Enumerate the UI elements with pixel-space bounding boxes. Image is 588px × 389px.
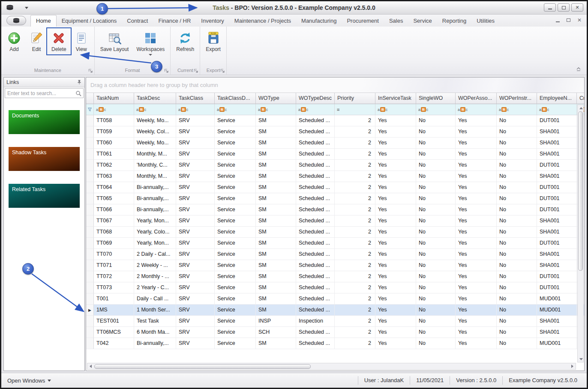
sidebar-item-related-tasks[interactable]: Related Tasks: [9, 184, 80, 208]
column-header-woperinstr[interactable]: WOPerInstr...: [497, 93, 537, 104]
filter-cell-taskclassd[interactable]: aBc: [215, 104, 256, 115]
table-row-test001[interactable]: TEST001Test TaskSRVServiceINSPInspection…: [86, 316, 585, 327]
scroll-up-icon[interactable]: [578, 105, 584, 111]
column-header-wotype[interactable]: WOType: [256, 93, 296, 104]
group-by-panel[interactable]: Drag a column header here to group by th…: [86, 78, 584, 93]
table-row-tt073[interactable]: TT0732 Yearly - C...SRVServiceSMSchedule…: [86, 282, 585, 293]
filter-cell-taskdesc[interactable]: aBc: [134, 104, 176, 115]
tab-maintenance-projects[interactable]: Maintenance / Projects: [229, 15, 296, 27]
cell-wotypedesc: Scheduled ...: [296, 338, 335, 349]
mdi-minimize-icon[interactable]: [556, 18, 560, 22]
table-row-tt070[interactable]: TT0702 Daily - Cal...SRVServiceSMSchedul…: [86, 249, 585, 260]
table-row-tt065[interactable]: TT065Bi-annually,...SRVServiceSMSchedule…: [86, 193, 585, 204]
column-header-woperasso[interactable]: WOPerAsso...: [456, 93, 497, 104]
table-row-t042[interactable]: T042Bi-annually,...SRVServiceSMScheduled…: [86, 338, 585, 349]
table-row-tt059[interactable]: TT059Weekly, Col...SRVServiceSMScheduled…: [86, 126, 585, 138]
sidebar-item-documents[interactable]: Documents: [9, 110, 80, 134]
column-header-inservicetask[interactable]: InServiceTask: [375, 93, 416, 104]
add-button[interactable]: Add: [4, 30, 24, 53]
table-row-tt061[interactable]: TT061Monthly, M...SRVServiceSMScheduled …: [86, 149, 585, 160]
table-row-tt058[interactable]: TT058Weekly, Mo...SRVServiceSMScheduled …: [86, 115, 585, 126]
scroll-right-icon[interactable]: [569, 363, 576, 369]
vertical-scroll-thumb[interactable]: [578, 111, 583, 271]
dialog-launcher-icon[interactable]: [194, 69, 198, 73]
table-row-1ms[interactable]: ▶1MS1 Month Ser...SRVServiceSMScheduled …: [86, 305, 585, 316]
column-header-taskdesc[interactable]: TaskDesc: [134, 93, 176, 104]
application-button[interactable]: [6, 16, 26, 25]
scroll-left-icon[interactable]: [87, 363, 94, 369]
view-button[interactable]: View: [71, 30, 92, 53]
horizontal-scrollbar[interactable]: [87, 363, 576, 370]
scroll-down-icon[interactable]: [578, 356, 584, 362]
export-button[interactable]: XLSXExport: [203, 30, 224, 53]
filter-cell-tasknum[interactable]: aBc: [94, 104, 134, 115]
filter-cell-taskclass[interactable]: aBc: [176, 104, 215, 115]
table-row-tt069[interactable]: TT069Yearly, Mon...SRVServiceSMScheduled…: [86, 238, 585, 249]
tab-inventory[interactable]: Inventory: [196, 15, 229, 27]
minimize-button[interactable]: [544, 3, 556, 12]
tab-procurement[interactable]: Procurement: [342, 15, 384, 27]
column-header-tasknum[interactable]: TaskNum: [94, 93, 134, 104]
mdi-restore-icon[interactable]: [567, 18, 570, 22]
open-windows-button[interactable]: Open Windows: [7, 377, 51, 384]
sidebar-item-shadow-tasks[interactable]: Shadow Tasks: [9, 147, 80, 171]
filter-cell-wotype[interactable]: aBc: [256, 104, 296, 115]
refresh-button[interactable]: Refresh: [173, 30, 197, 53]
tab-utilities[interactable]: Utilities: [471, 15, 500, 27]
table-row-tt072[interactable]: TT0722 Monthly - ...SRVServiceSMSchedule…: [86, 271, 585, 282]
tab-reporting[interactable]: Reporting: [437, 15, 471, 27]
table-row-tt066[interactable]: TT066Bi-annually,...SRVServiceSMSchedule…: [86, 204, 585, 215]
mdi-close-icon[interactable]: ✕: [577, 18, 582, 23]
table-row-tt071[interactable]: TT0712 Weekly - ...SRVServiceSMScheduled…: [86, 260, 585, 271]
close-button[interactable]: ✕: [571, 3, 583, 12]
tab-sales[interactable]: Sales: [384, 15, 408, 27]
table-row-tt060[interactable]: TT060Weekly, Mo...SRVServiceSMScheduled …: [86, 138, 585, 149]
dialog-launcher-icon[interactable]: [164, 69, 169, 73]
filter-cell-employeen[interactable]: aBc: [537, 104, 577, 115]
quick-access-dropdown-icon[interactable]: [25, 7, 28, 9]
column-header-priority[interactable]: Priority: [335, 93, 375, 104]
table-row-tt064[interactable]: TT064Bi-annually,...SRVServiceSMSchedule…: [86, 182, 585, 193]
column-header-taskclassd[interactable]: TaskClassD...: [215, 93, 256, 104]
column-header-taskclass[interactable]: TaskClass: [176, 93, 215, 104]
column-header-employeen[interactable]: EmployeeN...: [537, 93, 577, 104]
maximize-button[interactable]: [558, 3, 570, 12]
filter-cell-woperinstr[interactable]: aBc: [497, 104, 537, 115]
delete-button[interactable]: Delete: [48, 30, 69, 53]
abc-filter-icon: aBc: [458, 107, 468, 112]
filter-cell-priority[interactable]: =: [335, 104, 375, 115]
workspaces-button[interactable]: Workspaces: [133, 30, 168, 57]
filter-cell-inservicetask[interactable]: aBc: [375, 104, 416, 115]
cell-employeen: SHA001: [537, 227, 577, 238]
tab-finance-hr[interactable]: Finance / HR: [153, 15, 196, 27]
pin-icon[interactable]: [77, 80, 82, 85]
filter-cell-wotypedesc[interactable]: aBc: [296, 104, 335, 115]
table-row-tt068[interactable]: TT068Yearly, Colo...SRVServiceSMSchedule…: [86, 227, 585, 238]
collapse-ribbon-icon[interactable]: [576, 66, 582, 71]
cell-wotypedesc: Scheduled ...: [296, 171, 335, 182]
search-icon[interactable]: [75, 90, 81, 96]
column-header-singlewo[interactable]: SingleWO: [416, 93, 456, 104]
filter-cell-singlewo[interactable]: aBc: [416, 104, 456, 115]
table-row-tt06mcs[interactable]: TT06MCS6 Month Ma...SRVServiceSCHSchedul…: [86, 327, 585, 338]
filter-cell-woperasso[interactable]: aBc: [456, 104, 497, 115]
tab-equipment-locations[interactable]: Equipment / Locations: [57, 15, 122, 27]
vertical-scrollbar[interactable]: [577, 105, 584, 362]
table-row-tt067[interactable]: TT067Yearly, Mon...SRVServiceSMScheduled…: [86, 215, 585, 227]
tab-manufacturing[interactable]: Manufacturing: [296, 15, 342, 27]
table-row-tt062[interactable]: TT062'Monthly, C...SRVServiceSMScheduled…: [86, 160, 585, 171]
horizontal-scroll-thumb[interactable]: [94, 364, 311, 369]
table-row-tt063[interactable]: TT063Monthly, M...SRVServiceSMScheduled …: [86, 171, 585, 182]
tab-service[interactable]: Service: [408, 15, 437, 27]
tab-contract[interactable]: Contract: [122, 15, 153, 27]
save-layout-button[interactable]: Save Layout: [97, 30, 132, 53]
cell-wotype: SM: [256, 249, 296, 260]
column-header-wotypedesc[interactable]: WOTypeDesc: [296, 93, 335, 104]
tab-home[interactable]: Home: [30, 15, 57, 27]
table-row-t001[interactable]: T001Daily - Call ...SRVServiceSMSchedule…: [86, 293, 585, 305]
dialog-launcher-icon[interactable]: [88, 69, 93, 73]
dialog-launcher-icon[interactable]: [220, 69, 225, 73]
column-header-cre[interactable]: Cre...: [577, 93, 585, 104]
search-input[interactable]: [5, 88, 84, 98]
edit-button[interactable]: Edit: [26, 30, 47, 53]
